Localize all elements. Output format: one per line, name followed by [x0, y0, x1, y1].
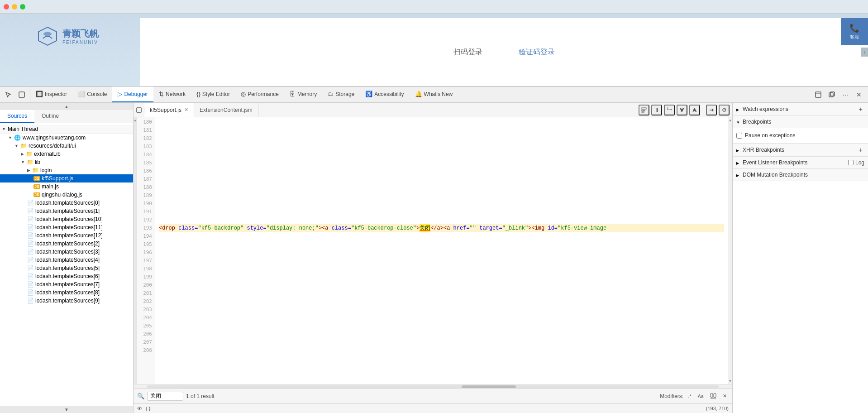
code-line-208[interactable]	[159, 346, 724, 355]
code-line-202[interactable]	[159, 298, 724, 306]
pick-element-button[interactable]	[2, 88, 14, 101]
code-line-203[interactable]	[159, 306, 724, 314]
tree-item-resources[interactable]: ▼ 📁 resources/default/ui	[0, 142, 133, 150]
xhr-breakpoints-header[interactable]: XHR Breakpoints +	[733, 144, 868, 156]
code-line-207[interactable]	[159, 338, 724, 346]
editor-tab-kf5support[interactable]: kf5Support.js ✕	[144, 103, 194, 117]
watch-icon[interactable]: 👁	[137, 406, 142, 411]
maximize-dot[interactable]	[20, 4, 25, 10]
code-line-205[interactable]	[159, 322, 724, 330]
code-line-190[interactable]	[159, 200, 724, 208]
code-line-197[interactable]	[159, 257, 724, 265]
horizontal-scrollbar[interactable]	[134, 384, 732, 389]
tab-debugger[interactable]: ▷ Debugger	[112, 86, 153, 102]
tree-item-mainjs[interactable]: JS main.js	[0, 182, 133, 191]
tree-item-lodash12[interactable]: 📄 lodash.templateSources[12]	[0, 231, 133, 240]
code-line-198[interactable]	[159, 265, 724, 273]
tab-console[interactable]: ⬜ Console	[72, 86, 112, 102]
code-line-193[interactable]: <drop class="kf5-backdrop" style="displa…	[159, 224, 724, 232]
tree-item-login[interactable]: ▶ 📁 login	[0, 166, 133, 174]
tree-item-lodash7[interactable]: 📄 lodash.templateSources[7]	[0, 280, 133, 288]
code-line-187[interactable]	[159, 175, 724, 183]
search-regex-button[interactable]: .*	[686, 393, 693, 400]
tree-item-lodash4[interactable]: 📄 lodash.templateSources[4]	[0, 256, 133, 264]
minimize-dot[interactable]	[12, 4, 17, 10]
code-line-191[interactable]	[159, 208, 724, 216]
tree-item-lodash5[interactable]: 📄 lodash.templateSources[5]	[0, 264, 133, 272]
code-line-182[interactable]	[159, 134, 724, 143]
code-line-184[interactable]	[159, 151, 724, 159]
tree-item-lodash8[interactable]: 📄 lodash.templateSources[8]	[0, 288, 133, 297]
dock-side-button[interactable]	[812, 88, 825, 101]
event-listener-header[interactable]: Event Listener Breakpoints Log	[733, 157, 868, 168]
editor-left-scroll[interactable]: ▲	[134, 117, 137, 384]
watch-expressions-header[interactable]: Watch expressions +	[733, 103, 868, 115]
close-dot[interactable]	[4, 4, 9, 10]
breakpoints-header[interactable]: Breakpoints	[733, 116, 868, 128]
tab-network[interactable]: ⇅ Network	[153, 86, 191, 102]
code-line-185[interactable]	[159, 159, 724, 167]
tree-item-qingshu-dialog[interactable]: JS qingshu-dialog.js	[0, 191, 133, 199]
settings-button[interactable]: ⚙	[719, 105, 730, 115]
code-line-180[interactable]	[159, 118, 724, 126]
tree-item-externallib[interactable]: ▶ 📁 externalLib	[0, 150, 133, 158]
sources-scroll-down[interactable]: ▼	[0, 406, 133, 413]
pretty-print-button[interactable]	[639, 105, 649, 115]
pause-on-exceptions-checkbox[interactable]	[736, 133, 742, 139]
editor-tab-close-kf5support[interactable]: ✕	[184, 107, 188, 113]
sources-scroll-up[interactable]: ▲	[0, 103, 133, 110]
scroll-down-arrow[interactable]: ▼	[728, 379, 732, 384]
code-line-206[interactable]	[159, 330, 724, 338]
event-listener-log-checkbox[interactable]	[848, 160, 854, 165]
tab-style-editor[interactable]: {} Style Editor	[191, 86, 235, 102]
dom-mutation-header[interactable]: DOM Mutation Breakpoints	[733, 169, 868, 181]
tree-item-domain[interactable]: ▼ 🌐 www.qingshuxuetang.com	[0, 134, 133, 142]
code-line-200[interactable]	[159, 281, 724, 289]
tree-item-lodash3[interactable]: 📄 lodash.templateSources[3]	[0, 248, 133, 256]
tree-item-main-thread[interactable]: ▼ Main Thread	[0, 125, 133, 134]
step-in-button[interactable]: ⮟	[677, 105, 687, 115]
more-options-button[interactable]: ···	[839, 88, 852, 101]
tree-item-lodash10[interactable]: 📄 lodash.templateSources[10]	[0, 215, 133, 223]
tree-item-kf5support[interactable]: JS kf5Support.js	[0, 174, 133, 182]
share-button[interactable]	[706, 105, 717, 115]
tab-accessibility[interactable]: ♿ Accessibility	[360, 86, 409, 102]
separate-window-button[interactable]	[825, 88, 838, 101]
sources-tab-outline[interactable]: Outline	[34, 110, 66, 123]
search-match-case-button[interactable]: Aa	[696, 393, 706, 400]
tab-performance[interactable]: ◎ Performance	[235, 86, 284, 102]
pause-button[interactable]: ⏸	[651, 105, 662, 115]
editor-tab-extension[interactable]: ExtensionContent.jsm	[194, 103, 258, 117]
code-line-188[interactable]	[159, 183, 724, 192]
xhr-add-button[interactable]: +	[857, 146, 864, 154]
curly-braces[interactable]: { }	[146, 406, 150, 411]
search-whole-word-button[interactable]	[708, 392, 718, 401]
tree-item-lodash11[interactable]: 📄 lodash.templateSources[11]	[0, 223, 133, 231]
editor-right-scroll[interactable]: ▲ ▼	[728, 117, 732, 384]
qr-login-label[interactable]: 扫码登录	[453, 48, 482, 57]
code-line-194[interactable]	[159, 232, 724, 240]
tab-memory[interactable]: 🗄 Memory	[284, 86, 322, 102]
editor-tab-icon[interactable]	[134, 107, 144, 113]
close-devtools-button[interactable]: ✕	[853, 88, 865, 101]
tree-item-lodash2[interactable]: 📄 lodash.templateSources[2]	[0, 240, 133, 248]
tree-item-lodash9[interactable]: 📄 lodash.templateSources[9]	[0, 297, 133, 305]
code-line-201[interactable]	[159, 289, 724, 298]
code-line-192[interactable]	[159, 216, 724, 224]
code-line-199[interactable]	[159, 273, 724, 281]
code-line-189[interactable]	[159, 192, 724, 200]
watch-add-button[interactable]: +	[857, 106, 864, 113]
sources-tab-sources[interactable]: Sources	[0, 110, 34, 123]
customer-service-button[interactable]: 📞 客服	[841, 18, 868, 45]
code-line-204[interactable]	[159, 314, 724, 322]
tree-item-lodash0[interactable]: 📄 lodash.templateSources[0]	[0, 199, 133, 207]
step-out-button[interactable]: ⮝	[689, 105, 700, 115]
code-view[interactable]: <drop class="kf5-backdrop" style="displa…	[155, 117, 728, 384]
tab-whats-new[interactable]: 🔔 What's New	[410, 86, 458, 102]
new-tab-button[interactable]	[15, 88, 28, 101]
code-line-181[interactable]	[159, 126, 724, 134]
code-line-186[interactable]	[159, 167, 724, 175]
code-line-196[interactable]	[159, 249, 724, 257]
step-over-button[interactable]: ⮡	[664, 105, 675, 115]
collapse-arrow[interactable]: ›	[861, 48, 868, 57]
